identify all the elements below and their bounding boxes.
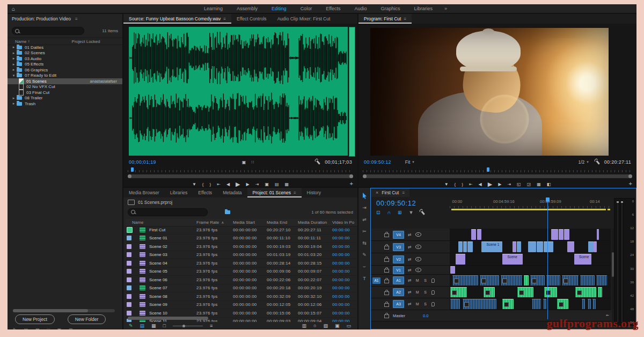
label-color-chip[interactable]	[127, 294, 131, 299]
timeline-ruler[interactable]: 00:0000:04:59:1600:09:59:0900:14	[450, 197, 611, 208]
track-lane-a1[interactable]	[450, 275, 611, 286]
lock-icon[interactable]	[384, 291, 389, 295]
video-clip[interactable]	[564, 229, 570, 240]
lock-icon[interactable]	[384, 258, 389, 262]
video-clip[interactable]	[477, 229, 482, 240]
video-clip[interactable]	[458, 241, 463, 252]
audio-clip[interactable]	[450, 299, 460, 309]
chevron-icon[interactable]: ▸	[11, 96, 17, 100]
type-tool[interactable]: T	[361, 275, 368, 282]
audio-clip[interactable]	[582, 299, 585, 309]
track-target-v2[interactable]: V2	[393, 255, 404, 263]
panel-menu-icon[interactable]: ≡	[223, 17, 226, 21]
source-patch-v4[interactable]	[372, 231, 380, 238]
automate-to-sequence-button[interactable]: ▥	[302, 323, 307, 328]
workspace-tab-editing[interactable]: Editing	[272, 6, 287, 11]
video-clip[interactable]	[450, 266, 455, 274]
mark-in-button[interactable]: {	[202, 182, 204, 187]
scrollbar-thumb[interactable]	[128, 317, 208, 320]
lock-icon[interactable]	[384, 280, 389, 283]
fit-dropdown[interactable]: Fit ▾	[405, 159, 414, 165]
track-target-v4[interactable]: V4	[393, 231, 404, 239]
workspace-tab-libraries[interactable]: Libraries	[414, 6, 433, 11]
tree-item-02-no-vfx-cut[interactable]: 02 No VFX Cut	[8, 84, 122, 90]
tree-item-02-scenes[interactable]: ▸02 Scenes	[8, 50, 122, 56]
lift-button[interactable]: ◱	[517, 182, 521, 187]
step-back-button[interactable]: ◀	[479, 182, 482, 187]
track-target-a1[interactable]: A1	[393, 276, 404, 284]
new-folder-button[interactable]: New Folder	[68, 314, 106, 324]
workspace-overflow-icon[interactable]: »	[444, 6, 447, 11]
playback-resolution-dropdown[interactable]: 1/2 ▾	[578, 159, 588, 165]
button-editor-add-icon[interactable]: +	[350, 180, 353, 187]
tab-sequence-first-cut[interactable]: × First Cut ≡	[371, 188, 409, 197]
waveform-scrollbar[interactable]	[349, 27, 355, 157]
hand-tool[interactable]: ⌣	[361, 263, 368, 270]
audio-clip[interactable]	[524, 275, 529, 285]
table-row-scene-05[interactable]: Scene 0523.976 fps00:00:00:0000:00:09:06…	[126, 268, 357, 276]
tree-item-trash[interactable]: ▸Trash	[8, 101, 122, 107]
step-forward-button[interactable]: ▶	[498, 182, 501, 187]
tree-item-03-audio[interactable]: ▸03 Audio	[8, 56, 122, 62]
tab-history[interactable]: History	[302, 188, 326, 197]
go-to-out-button[interactable]: ⇥	[255, 182, 259, 187]
track-lane-a3[interactable]	[450, 298, 611, 310]
label-color-chip[interactable]	[127, 311, 131, 316]
audio-clip[interactable]	[530, 275, 545, 285]
audio-clip[interactable]	[592, 299, 596, 309]
source-patch-a2[interactable]	[372, 289, 380, 296]
tab-source-funny-upbeat-bassoon-comedy-wav[interactable]: Source: Funny Upbeat Bassoon Comedy.wav≡	[123, 14, 231, 24]
button-editor-add-icon[interactable]: +	[629, 180, 632, 187]
search-input[interactable]	[12, 27, 84, 35]
audio-clip[interactable]	[588, 299, 591, 309]
tree-item-01-scenes[interactable]: 01 Scenesanastasialafser	[8, 78, 122, 84]
label-color-chip[interactable]	[127, 244, 131, 249]
source-playhead[interactable]	[131, 167, 134, 172]
video-clip[interactable]	[594, 241, 597, 252]
tree-item-07-ready-to-edit[interactable]: ▾07 Ready to Edit	[8, 73, 122, 79]
video-clip[interactable]	[588, 241, 594, 252]
timeline-playhead[interactable]	[547, 197, 548, 319]
source-patch-v1[interactable]	[372, 267, 380, 273]
mark-in-button[interactable]: {	[455, 182, 456, 187]
label-color-chip[interactable]	[127, 236, 131, 240]
label-color-chip[interactable]	[127, 227, 133, 233]
freeform-view-button[interactable]: □	[163, 323, 166, 328]
play-button[interactable]: ▶	[236, 181, 240, 187]
track-lane-v4[interactable]	[450, 229, 611, 240]
track-lane-a2[interactable]	[450, 287, 611, 298]
lock-icon[interactable]	[384, 314, 389, 318]
audio-clip[interactable]	[450, 287, 467, 297]
source-patch-v3[interactable]	[372, 244, 380, 250]
column-header-media-duration[interactable]: Media Duration	[298, 220, 332, 225]
voiceover-record-icon[interactable]	[431, 279, 435, 283]
go-to-in-button[interactable]: ⇤	[217, 182, 221, 187]
lock-icon[interactable]	[384, 233, 389, 237]
table-row-scene-01[interactable]: Scene 0123.976 fps00:00:00:0000:00:11:10…	[126, 235, 357, 243]
lock-icon[interactable]	[384, 303, 389, 307]
tree-item-01-dailies[interactable]: ▸01 Dailies	[8, 45, 122, 50]
video-clip[interactable]	[597, 229, 599, 240]
track-target-v1[interactable]: V1	[393, 266, 404, 274]
panel-menu-icon[interactable]: ≡	[75, 17, 78, 21]
extract-button[interactable]: ◲	[527, 182, 531, 187]
tab-effects[interactable]: Effects	[193, 188, 217, 197]
video-clip[interactable]	[559, 229, 564, 240]
ripple-edit-tool[interactable]: ⇌	[361, 216, 368, 223]
workspace-tab-effects[interactable]: Effects	[326, 6, 340, 11]
go-to-in-button[interactable]: ⇤	[469, 182, 473, 187]
mute-button[interactable]: M	[415, 302, 420, 306]
master-gain[interactable]: 0.0	[423, 313, 428, 318]
program-video-frame[interactable]	[370, 28, 609, 156]
audio-clip[interactable]	[580, 275, 595, 285]
voiceover-record-icon[interactable]	[431, 302, 435, 306]
insert-overwrite-toggle-icon[interactable]: ⊡	[376, 210, 380, 215]
source-settings-wrench-icon[interactable]	[314, 158, 321, 165]
panel-menu-icon[interactable]: ≡	[404, 17, 406, 21]
workspace-tab-color[interactable]: Color	[301, 6, 312, 11]
scrollbar-thumb[interactable]	[13, 309, 88, 312]
video-clip[interactable]	[513, 241, 516, 252]
audio-clip[interactable]	[463, 299, 496, 309]
label-color-chip[interactable]	[127, 285, 131, 290]
workspace-tab-graphics[interactable]: Graphics	[381, 6, 400, 11]
